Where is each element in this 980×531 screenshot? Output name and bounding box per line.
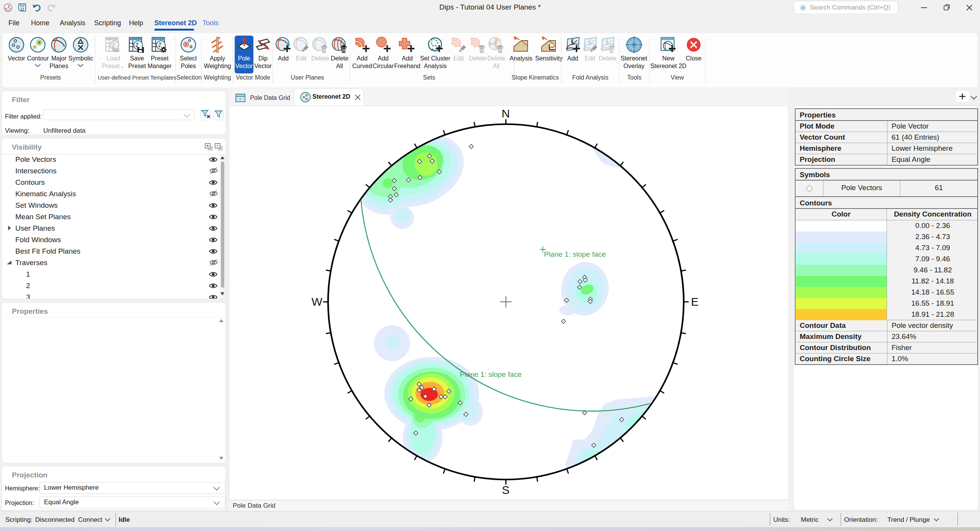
svg-text:W: W: [312, 295, 323, 308]
svg-text:S: S: [502, 484, 510, 496]
svg-text:E: E: [691, 295, 699, 308]
svg-text:N: N: [501, 107, 510, 120]
svg-text:Plane 1: slope face: Plane 1: slope face: [544, 250, 606, 258]
svg-text:Plane 1: slope face: Plane 1: slope face: [460, 370, 522, 378]
